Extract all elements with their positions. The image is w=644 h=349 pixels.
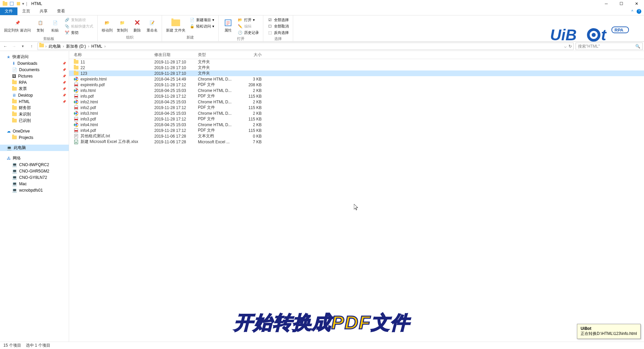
tab-home[interactable]: 主页 [17,7,35,15]
file-date: 2019-11-28 17:10 [154,65,198,70]
breadcrumb-item[interactable]: 此电脑 [47,44,62,49]
cut-button[interactable]: ✂️剪切 [63,30,95,36]
properties-button[interactable]: 属性 [221,17,235,33]
svg-point-5 [592,33,596,37]
paste-shortcut-button[interactable]: 📎粘贴快捷方式 [63,23,95,29]
sidebar-item-invoice[interactable]: 发票📌 [0,86,69,92]
file-type-icon [74,88,78,93]
help-icon[interactable]: ? [637,9,641,14]
column-type[interactable]: 类型 [198,52,238,58]
file-date: 2019-11-28 17:12 [154,83,198,87]
copy-to-button[interactable]: 📁复制到 [115,17,129,33]
file-row[interactable]: info3.html2018-04-25 15:03Chrome HTML D.… [69,110,644,116]
refresh-icon[interactable]: ↻ [569,44,572,49]
breadcrumb-item[interactable]: 新加卷 (D:) [65,44,87,49]
minimize-button[interactable]: ─ [599,0,614,7]
file-row[interactable]: info2.pdf2019-11-28 17:12PDF 文件115 KB [69,105,644,110]
search-icon[interactable]: 🔍 [635,44,640,49]
move-to-button[interactable]: 📂移动到 [100,17,114,33]
file-row[interactable]: info3.pdf2019-11-28 17:12PDF 文件115 KB [69,116,644,122]
sidebar-item-finance[interactable]: 财务部 [0,105,69,111]
up-button[interactable]: ↑ [28,42,36,50]
delete-button[interactable]: ✕删除 [130,17,144,33]
new-item-button[interactable]: 📄新建项目 ▾ [188,17,216,23]
pin-icon: 📌 [62,62,66,65]
sidebar-this-pc[interactable]: 💻此电脑 [0,145,69,151]
file-row[interactable]: info2.html2018-04-25 15:03Chrome HTML D.… [69,99,644,105]
column-size[interactable]: 大小 [238,52,262,58]
file-row[interactable]: info4.pdf2019-11-28 17:12PDF 文件115 KB [69,128,644,133]
invert-selection-button[interactable]: ⬚反向选择 [266,30,290,36]
select-none-button[interactable]: ☐全部取消 [266,23,290,29]
sidebar-item-documents[interactable]: 📄Documents📌 [0,66,69,73]
copy-path-button[interactable]: 🔗复制路径 [63,17,95,23]
file-row[interactable]: info4.html2018-04-25 15:03Chrome HTML D.… [69,122,644,128]
file-type: PDF 文件 [198,116,238,122]
qat-chevron-icon[interactable]: ▾ [22,1,24,6]
rename-button[interactable]: 📝重命名 [145,17,159,33]
close-button[interactable]: ✕ [629,0,644,7]
sidebar-network-item[interactable]: 💻CNO-GY8LN72 [0,174,69,181]
sidebar-item-recognized[interactable]: 已识别 [0,117,69,124]
file-date: 2018-04-25 15:03 [154,111,198,116]
sidebar-network-item[interactable]: 💻Mac [0,181,69,187]
easy-access-button[interactable]: 🔓轻松访问 ▾ [188,23,216,29]
file-row[interactable]: 其他格式测试.txt2019-11-06 17:28文本文档0 KB [69,133,644,139]
recent-dropdown[interactable]: ▼ [19,42,27,50]
sidebar-item-downloads[interactable]: ⬇Downloads📌 [0,60,69,66]
sidebar-item-desktop[interactable]: 🖥Desktop📌 [0,92,69,98]
forward-button[interactable]: → [10,42,18,50]
column-date[interactable]: 修改日期 [154,52,198,58]
tab-share[interactable]: 共享 [35,7,52,15]
sidebar-item-unrecognized[interactable]: 未识别 [0,111,69,117]
file-row[interactable]: 1232019-11-28 17:10文件夹 [69,70,644,76]
file-row[interactable]: info.pdf2019-11-28 17:12PDF 文件115 KB [69,93,644,99]
sidebar-item-rpa[interactable]: RPA📌 [0,79,69,86]
edit-button[interactable]: ✏️编辑 [236,23,260,29]
file-type-icon [74,122,78,127]
breadcrumb-item[interactable]: HTML [90,44,104,49]
file-row[interactable]: 222019-11-28 17:10文件夹 [69,65,644,70]
file-row[interactable]: expireinfo.html2018-04-25 14:49Chrome HT… [69,76,644,82]
sidebar-quick-access[interactable]: ★快速访问 [0,54,69,60]
tab-file[interactable]: 文件 [0,7,17,15]
file-row[interactable]: X新建 Microsoft Excel 工作表.xlsx2019-11-06 1… [69,139,644,145]
history-button[interactable]: 🕐历史记录 [236,30,260,36]
network-icon: 🖧 [7,156,11,161]
svg-point-18 [75,101,77,103]
tab-view[interactable]: 查看 [52,7,70,15]
svg-rect-12 [74,85,78,86]
file-row[interactable]: info.html2018-04-25 15:03Chrome HTML D..… [69,88,644,93]
address-dropdown-icon[interactable]: ⌵ [564,44,567,49]
file-row[interactable]: 112019-11-28 17:10文件夹 [69,59,644,65]
new-folder-button[interactable]: 新建 文件夹 [165,17,187,33]
select-all-button[interactable]: ☑全部选择 [266,17,290,23]
sidebar-item-html[interactable]: HTML📌 [0,98,69,105]
properties-icon[interactable] [9,1,15,7]
copy-button[interactable]: 📋复制 [34,17,47,33]
file-name: expireinfo.html [80,77,107,82]
breadcrumb[interactable]: › 此电脑 › 新加卷 (D:) › HTML › ⌵ ↻ [38,43,574,50]
folder-icon [12,100,17,103]
file-date: 2018-04-25 15:03 [154,88,198,93]
sidebar-item-pictures[interactable]: 🖼Pictures📌 [0,73,69,79]
sidebar-item-projects[interactable]: Projects [0,134,69,141]
notification-toast: UiBot 正在转换D:\HTML\123\info.html [577,324,641,339]
sidebar-network-item[interactable]: 💻wcnobpdfs01 [0,187,69,193]
sidebar-network-item[interactable]: 💻CNO-GHR5GM2 [0,168,69,174]
ribbon-expand-icon[interactable]: ^ [631,9,633,14]
sidebar-network[interactable]: 🖧网络 [0,155,69,161]
file-name: expireinfo.pdf [80,83,105,87]
pin-to-quick-access-button[interactable]: 📌固定到快 速访问 [3,17,32,33]
svg-rect-1 [17,2,20,5]
open-button[interactable]: 📂打开 ▾ [236,17,260,23]
sidebar-network-item[interactable]: 💻CNO-8WFQRC2 [0,161,69,168]
sidebar-onedrive[interactable]: ☁OneDrive [0,128,69,134]
paste-button[interactable]: 📄粘贴 [48,17,62,33]
qat-dropdown-icon[interactable] [15,1,21,7]
column-name[interactable]: 名称 [74,52,154,58]
folder-icon [12,112,17,116]
back-button[interactable]: ← [1,42,9,50]
maximize-button[interactable]: ☐ [614,0,629,7]
file-row[interactable]: expireinfo.pdf2019-11-28 17:12PDF 文件208 … [69,82,644,88]
